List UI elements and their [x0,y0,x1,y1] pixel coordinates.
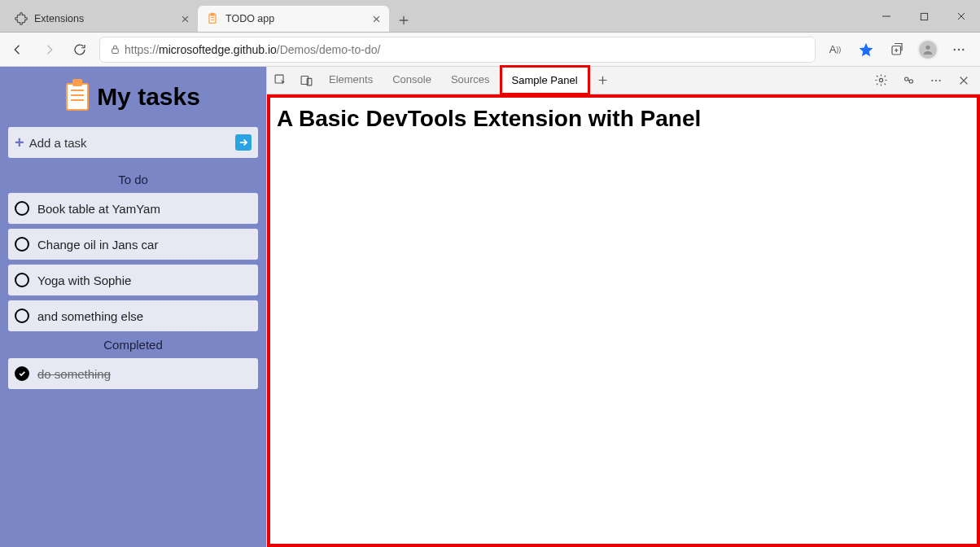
task-item-done[interactable]: do something [8,358,258,389]
svg-point-16 [935,79,937,81]
minimize-button[interactable] [868,0,905,33]
collections-button[interactable] [882,37,912,63]
tab-title: TODO app [225,13,370,24]
browser-tab-todo-app[interactable]: TODO app [198,6,389,32]
avatar-icon [917,39,938,60]
url-prefix: https:// [125,43,159,56]
task-label: and something else [37,309,143,323]
task-label: Book table at YamYam [37,202,160,216]
svg-point-8 [962,48,964,50]
svg-rect-3 [112,49,118,54]
task-item[interactable]: Book table at YamYam [8,193,258,224]
profile-button[interactable] [913,37,943,63]
svg-point-13 [904,77,908,81]
svg-point-12 [879,78,882,81]
clipboard-icon [206,12,219,25]
maximize-button[interactable] [905,0,943,33]
close-icon[interactable] [370,12,383,25]
task-checkbox[interactable] [15,309,29,323]
svg-point-7 [958,48,960,50]
task-checkbox[interactable] [15,273,29,287]
app-title: My tasks [97,83,200,111]
inspect-element-button[interactable] [267,67,293,94]
devtools-close-button[interactable] [951,75,977,86]
close-window-button[interactable] [943,0,980,33]
devtools-tab-sample-panel[interactable]: Sample Panel [500,65,590,95]
svg-point-17 [939,79,941,81]
svg-point-14 [909,80,912,83]
devtools-tab-console[interactable]: Console [383,67,441,94]
devtools-more-button[interactable] [923,74,949,87]
url-path: /Demos/demo-to-do/ [277,43,381,56]
clipboard-icon [66,83,89,111]
more-button[interactable] [944,37,973,63]
task-label: Change oil in Jans car [37,238,158,252]
devtools-tab-sources[interactable]: Sources [441,67,500,94]
page-content: My tasks + Add a task To do Book table a… [0,67,980,547]
svg-rect-1 [211,13,214,15]
tab-title: Extensions [34,13,178,24]
task-checkbox-checked[interactable] [15,366,29,381]
browser-tab-extensions[interactable]: Extensions [7,6,198,32]
devtools-issues-button[interactable] [895,73,921,87]
browser-toolbar: https://microsoftedge.github.io/Demos/de… [0,33,980,67]
task-item[interactable]: Change oil in Jans car [8,229,258,260]
task-item[interactable]: and something else [8,300,258,331]
back-button[interactable] [3,37,33,63]
todo-app: My tasks + Add a task To do Book table a… [0,67,266,547]
task-checkbox[interactable] [15,201,29,216]
submit-task-button[interactable] [235,134,252,151]
refresh-button[interactable] [65,37,94,63]
url-host: microsoftedge.github.io [159,43,277,56]
add-task-input[interactable]: + Add a task [8,127,258,158]
forward-button[interactable] [34,37,63,63]
device-toggle-button[interactable] [293,67,319,94]
address-bar[interactable]: https://microsoftedge.github.io/Demos/de… [99,37,816,63]
devtools-panel-body: A Basic DevTools Extension with Panel [267,94,980,547]
lock-icon [105,43,125,55]
plus-icon: + [15,133,24,152]
url-text: https://microsoftedge.github.io/Demos/de… [125,43,380,56]
close-icon[interactable] [178,12,191,25]
svg-point-6 [954,48,956,50]
devtools-settings-button[interactable] [868,73,894,87]
window-controls [868,0,980,33]
new-tab-button[interactable] [392,9,415,32]
task-label: Yoga with Sophie [37,274,131,287]
devtools-tab-elements[interactable]: Elements [319,67,383,94]
todo-section-label: To do [8,173,258,186]
favorite-button[interactable] [851,37,881,63]
browser-titlebar: Extensions TODO app [0,0,980,33]
devtools-tabbar: Elements Console Sources Sample Panel [267,67,980,94]
task-label: do something [37,367,111,381]
svg-point-5 [925,45,930,49]
app-header: My tasks [8,75,258,122]
svg-rect-2 [921,13,927,20]
panel-heading: A Basic DevTools Extension with Panel [277,106,970,132]
add-task-placeholder: Add a task [29,136,235,150]
task-item[interactable]: Yoga with Sophie [8,265,258,295]
task-checkbox[interactable] [15,237,29,252]
svg-point-15 [931,79,933,81]
browser-tabs: Extensions TODO app [7,3,415,32]
devtools-panel: Elements Console Sources Sample Panel [266,67,980,547]
devtools-add-tab-button[interactable] [590,67,616,94]
read-aloud-button[interactable]: A)) [820,37,850,63]
completed-section-label: Completed [8,338,258,352]
puzzle-icon [15,12,28,25]
